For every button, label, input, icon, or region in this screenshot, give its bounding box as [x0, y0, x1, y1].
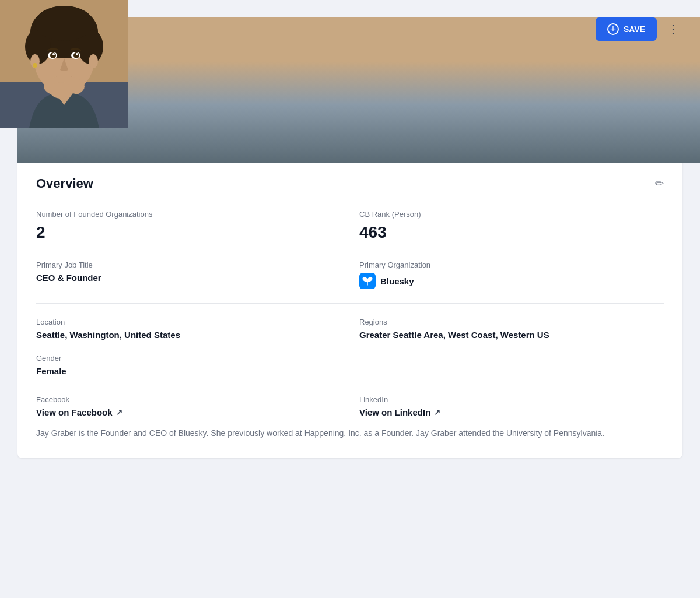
- svg-point-18: [33, 63, 37, 68]
- info-location: Location Seattle, Washington, United Sta…: [36, 318, 341, 340]
- info-regions: Regions Greater Seattle Area, West Coast…: [359, 318, 664, 340]
- gender-label: Gender: [36, 354, 341, 363]
- plus-circle-icon: +: [607, 23, 619, 35]
- more-options-button[interactable]: ⋮: [664, 19, 682, 40]
- overview-card: Overview ✏ Number of Founded Organizatio…: [18, 157, 682, 458]
- info-linkedin: LinkedIn View on LinkedIn ↗: [359, 395, 664, 417]
- header-section: 👤 PERSON Jay Graber Summary + SAVE ⋮: [0, 0, 700, 146]
- info-row-gender: Gender Female: [36, 354, 664, 376]
- stat-founded-orgs-value: 2: [36, 223, 341, 242]
- svg-point-13: [52, 53, 55, 55]
- primary-job-title-value: CEO & Founder: [36, 273, 341, 283]
- info-primary-organization: Primary Organization Bluesky: [359, 261, 664, 289]
- linkedin-label: LinkedIn: [359, 395, 664, 404]
- bluesky-logo-icon: [359, 273, 376, 289]
- info-row-social: Facebook View on Facebook ↗ LinkedIn Vie…: [36, 395, 664, 417]
- stat-cb-rank-value: 463: [359, 223, 664, 242]
- stat-cb-rank: CB Rank (Person) 463: [359, 210, 664, 242]
- info-primary-job-title: Primary Job Title CEO & Founder: [36, 261, 341, 289]
- description-text: Jay Graber is the Founder and CEO of Blu…: [36, 427, 664, 439]
- main-content: Overview ✏ Number of Founded Organizatio…: [0, 146, 700, 481]
- info-empty: [359, 354, 664, 376]
- primary-org-label: Primary Organization: [359, 261, 664, 269]
- primary-job-title-label: Primary Job Title: [36, 261, 341, 269]
- regions-value: Greater Seattle Area, West Coast, Wester…: [359, 330, 664, 340]
- external-link-icon-facebook: ↗: [116, 408, 123, 417]
- regions-label: Regions: [359, 318, 664, 326]
- stat-cb-rank-label: CB Rank (Person): [359, 210, 664, 219]
- divider-2: [36, 381, 664, 381]
- info-row-location-regions: Location Seattle, Washington, United Sta…: [36, 318, 664, 340]
- overview-title: Overview: [36, 176, 93, 191]
- external-link-icon-linkedin: ↗: [434, 408, 440, 417]
- edit-icon[interactable]: ✏: [655, 177, 664, 190]
- primary-org-value[interactable]: Bluesky: [359, 273, 664, 289]
- primary-org-name: Bluesky: [380, 276, 414, 286]
- info-row-job-org: Primary Job Title CEO & Founder Primary …: [36, 261, 664, 289]
- facebook-label: Facebook: [36, 395, 341, 404]
- svg-point-14: [76, 53, 78, 55]
- info-facebook: Facebook View on Facebook ↗: [36, 395, 341, 417]
- stat-founded-orgs: Number of Founded Organizations 2: [36, 210, 341, 242]
- svg-point-8: [89, 54, 98, 68]
- divider-1: [36, 303, 664, 304]
- location-value: Seattle, Washington, United States: [36, 330, 341, 340]
- facebook-link[interactable]: View on Facebook ↗: [36, 407, 341, 417]
- save-button[interactable]: + SAVE: [596, 17, 657, 41]
- svg-point-17: [50, 82, 73, 99]
- info-gender: Gender Female: [36, 354, 341, 376]
- location-label: Location: [36, 318, 341, 326]
- linkedin-link[interactable]: View on LinkedIn ↗: [359, 407, 664, 417]
- profile-image: [18, 17, 146, 146]
- overview-header: Overview ✏: [36, 176, 664, 191]
- stats-row: Number of Founded Organizations 2 CB Ran…: [36, 210, 664, 242]
- stat-founded-orgs-label: Number of Founded Organizations: [36, 210, 341, 219]
- gender-value: Female: [36, 366, 341, 376]
- header-actions: + SAVE ⋮: [596, 17, 682, 41]
- more-dots-icon: ⋮: [667, 22, 679, 36]
